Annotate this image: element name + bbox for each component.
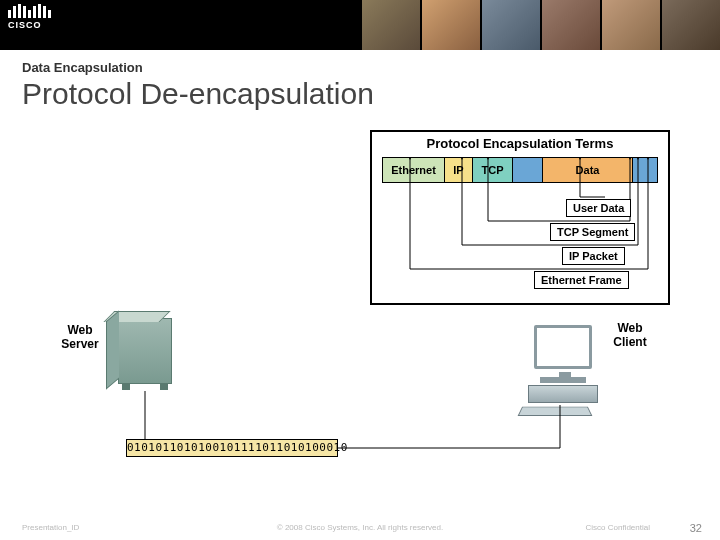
footer-page-number: 32 bbox=[690, 522, 702, 534]
footer: Presentation_ID © 2008 Cisco Systems, In… bbox=[0, 514, 720, 540]
footer-confidential: Cisco Confidential bbox=[586, 523, 650, 532]
page-title: Protocol De-encapsulation bbox=[0, 75, 720, 111]
diagram-stage: Protocol Encapsulation Terms Ethernet IP… bbox=[0, 115, 720, 510]
bitstream-box: 0101011010100101111011010100010 bbox=[126, 439, 338, 457]
logo-text: CISCO bbox=[8, 20, 51, 30]
banner-photo-strip bbox=[360, 0, 720, 50]
cisco-logo: CISCO bbox=[8, 4, 51, 30]
network-wire-icon bbox=[0, 115, 720, 495]
logo-bars-icon bbox=[8, 4, 51, 18]
banner: CISCO bbox=[0, 0, 720, 50]
breadcrumb: Data Encapsulation bbox=[0, 50, 720, 75]
